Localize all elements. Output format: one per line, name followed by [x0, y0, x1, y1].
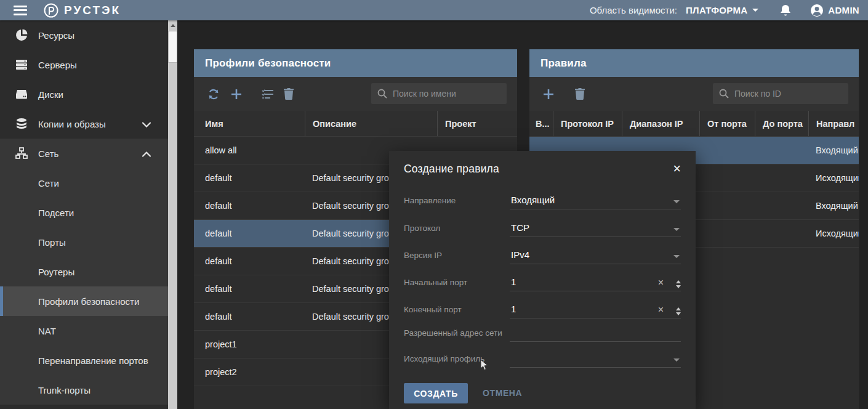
rules-search[interactable]: [713, 83, 848, 104]
network-icon: [15, 147, 28, 160]
ip-version-select[interactable]: IPv4: [510, 245, 681, 264]
field-outgoing-profile: Исходящий профиль: [404, 348, 681, 368]
notifications-bell-icon[interactable]: [779, 4, 792, 17]
cell-name: project1: [194, 339, 305, 349]
topbar: РУСТЭК Область видимости: ПЛАТФОРМА ADMI…: [0, 0, 868, 20]
profiles-search[interactable]: [371, 83, 507, 104]
sidebar-item-ports[interactable]: Порты: [0, 227, 168, 257]
number-stepper[interactable]: [676, 307, 681, 315]
sidebar-bottom-divider: [0, 405, 168, 409]
profiles-table-header: Имя Описание Проект: [194, 111, 517, 137]
stepper-up-icon: [676, 280, 681, 283]
user-avatar-icon: [810, 4, 824, 17]
field-label: Исходящий профиль: [404, 354, 507, 363]
profiles-search-input[interactable]: [393, 89, 491, 99]
cell-direction: Исходящий: [808, 229, 859, 238]
clear-icon[interactable]: ×: [658, 278, 664, 288]
cell-name: project2: [194, 367, 305, 377]
scope-value: ПЛАТФОРМА: [686, 5, 747, 15]
chevron-down-icon[interactable]: [673, 358, 680, 362]
chevron-down-icon[interactable]: [673, 255, 680, 258]
field-label: Версия IP: [404, 251, 507, 260]
cell-direction: Входящий: [808, 145, 859, 155]
cell-name: default: [194, 256, 305, 266]
column-header-protocol[interactable]: Протокол IP: [553, 111, 622, 136]
scrollbar-up-arrow[interactable]: [168, 20, 177, 30]
column-header-project[interactable]: Проект: [437, 111, 517, 136]
sidebar-item-label: Диски: [38, 89, 63, 100]
chevron-up-icon: [142, 148, 151, 159]
cell-name: default: [194, 229, 305, 238]
sidebar-item-trunk-ports[interactable]: Trunk-порты: [0, 375, 168, 405]
column-header-name[interactable]: Имя: [194, 111, 305, 136]
end-port-input[interactable]: 1 ×: [510, 299, 681, 318]
cell-name: default: [194, 284, 305, 294]
field-allowed-address: Разрешенный адрес сети: [404, 322, 681, 342]
number-stepper[interactable]: [676, 280, 681, 288]
field-direction: Направление Входящий: [404, 190, 681, 209]
clear-icon[interactable]: ×: [658, 305, 664, 315]
sidebar-item-security-profiles[interactable]: Профили безопасности: [0, 286, 168, 316]
column-header-from-port[interactable]: От порта: [699, 111, 755, 136]
rules-toolbar: [529, 77, 859, 111]
chevron-down-icon[interactable]: [673, 200, 680, 203]
field-end-port: Конечный порт 1 ×: [404, 299, 681, 318]
field-value: IPv4: [511, 249, 529, 260]
user-menu[interactable]: ADMIN: [810, 4, 859, 17]
cell-name: allow all: [194, 145, 305, 155]
sidebar-item-images[interactable]: Копии и образы: [0, 109, 168, 139]
sidebar-network-group: Сеть Сети Подсети Порты Роутеры Профили …: [0, 139, 168, 405]
cancel-button[interactable]: ОТМЕНА: [483, 388, 522, 398]
column-header-description[interactable]: Описание: [305, 111, 437, 136]
chevron-down-icon: [752, 9, 758, 12]
field-label: Протокол: [404, 224, 507, 233]
column-header-ip-range[interactable]: Диапазон IP: [622, 111, 699, 136]
sidebar-scrollbar[interactable]: [168, 20, 177, 409]
delete-icon[interactable]: [284, 88, 294, 100]
allowed-address-input[interactable]: [510, 322, 681, 342]
menu-icon[interactable]: [14, 6, 27, 15]
sidebar-item-network[interactable]: Сеть: [0, 139, 168, 168]
filter-icon[interactable]: [262, 89, 274, 100]
sidebar-item-networks[interactable]: Сети: [0, 168, 168, 198]
create-rule-dialog: Создание правила × Направление Входящий …: [389, 151, 696, 409]
rules-search-input[interactable]: [734, 89, 833, 99]
outgoing-profile-select[interactable]: [510, 348, 681, 368]
field-label: Начальный порт: [404, 278, 507, 287]
scope-dropdown[interactable]: ПЛАТФОРМА: [686, 5, 758, 15]
sidebar-item-resources[interactable]: Ресурсы: [0, 20, 168, 50]
refresh-icon[interactable]: [207, 88, 220, 100]
chevron-down-icon[interactable]: [673, 228, 680, 231]
add-icon[interactable]: [543, 89, 554, 100]
rules-title: Правила: [540, 57, 587, 70]
direction-select[interactable]: Входящий: [510, 190, 681, 209]
close-icon[interactable]: ×: [673, 163, 681, 175]
field-label: Направление: [404, 196, 507, 205]
sidebar-item-servers[interactable]: Серверы: [0, 50, 168, 79]
create-button[interactable]: СОЗДАТЬ: [404, 383, 468, 403]
start-port-input[interactable]: 1 ×: [510, 272, 681, 291]
sidebar-item-port-forwarding[interactable]: Перенаправление портов: [0, 346, 168, 375]
sidebar-item-routers[interactable]: Роутеры: [0, 257, 168, 286]
field-ip-version: Версия IP IPv4: [404, 245, 681, 264]
stepper-down-icon: [676, 312, 681, 315]
scrollbar-thumb[interactable]: [168, 31, 177, 63]
sidebar-item-label: Ресурсы: [38, 30, 74, 41]
sidebar-item-subnets[interactable]: Подсети: [0, 198, 168, 227]
field-value: 1: [511, 277, 516, 287]
brand: РУСТЭК: [43, 2, 121, 18]
security-profiles-title: Профили безопасности: [205, 57, 331, 70]
protocol-select[interactable]: TCP: [510, 217, 681, 237]
delete-icon[interactable]: [575, 88, 585, 100]
column-header-to-port[interactable]: До порта: [755, 111, 808, 136]
search-icon: [377, 89, 387, 99]
sidebar-item-nat[interactable]: NAT: [0, 316, 168, 346]
dialog-title: Создание правила: [404, 163, 499, 176]
field-label: Конечный порт: [404, 305, 507, 314]
add-icon[interactable]: [231, 89, 242, 100]
field-value: TCP: [511, 222, 529, 233]
column-header-v[interactable]: В...: [529, 111, 553, 136]
sidebar-item-disks[interactable]: Диски: [0, 79, 168, 109]
servers-icon: [15, 59, 28, 71]
column-header-direction[interactable]: Направл: [808, 111, 859, 136]
